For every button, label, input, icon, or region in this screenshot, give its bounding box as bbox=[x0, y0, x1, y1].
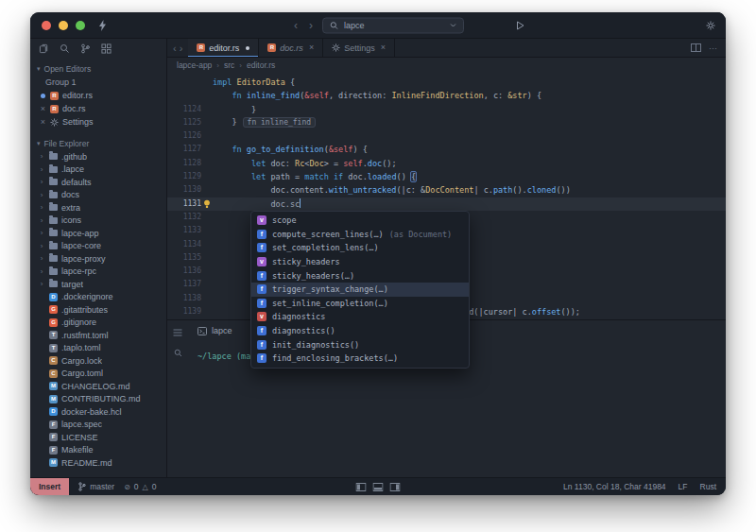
code-line[interactable]: 1127 fn go_to_definition(&self) { bbox=[167, 143, 726, 156]
language-indicator[interactable]: Rust bbox=[700, 482, 716, 491]
tree-file-item[interactable]: FLICENSE bbox=[30, 431, 166, 444]
tree-folder-item[interactable]: ›defaults bbox=[30, 176, 166, 189]
file-explorer-icon[interactable] bbox=[39, 43, 49, 54]
file-explorer-header[interactable]: ▾ File Explorer bbox=[30, 136, 166, 150]
tree-file-item[interactable]: D.dockerignore bbox=[30, 291, 166, 304]
tree-folder-item[interactable]: ›icons bbox=[30, 215, 166, 228]
completion-item[interactable]: fdiagnostics() bbox=[251, 324, 469, 338]
open-editor-item[interactable]: ×Settings bbox=[30, 115, 166, 129]
code-line[interactable]: 1126 bbox=[167, 129, 726, 143]
close-window-button[interactable] bbox=[42, 21, 51, 30]
close-icon[interactable]: × bbox=[40, 118, 46, 127]
tree-folder-item[interactable]: ›lapce-app bbox=[30, 227, 166, 240]
search-panel-icon[interactable] bbox=[60, 43, 70, 54]
tree-file-item[interactable]: MREADME.md bbox=[30, 456, 166, 470]
tree-file-item[interactable]: T.rustfmt.toml bbox=[30, 329, 166, 342]
terminal-search-icon[interactable] bbox=[174, 349, 182, 357]
chevron-right-icon: › bbox=[38, 229, 45, 237]
gear-icon bbox=[50, 118, 59, 127]
completion-item[interactable]: fsticky_headers(…) bbox=[251, 268, 469, 283]
completion-item[interactable]: fcompute_screen_lines(…)(as Document) bbox=[251, 228, 469, 242]
tree-folder-item[interactable]: ›.github bbox=[30, 150, 166, 163]
code-line[interactable]: impl EditorData { bbox=[167, 76, 726, 89]
editor-area: ‹ › Reditor.rsRdoc.rs×Settings× ··· lapc… bbox=[167, 39, 726, 477]
terminal-list-icon[interactable] bbox=[173, 329, 182, 336]
source-control-icon[interactable] bbox=[80, 43, 91, 54]
open-editor-item[interactable]: Reditor.rs bbox=[30, 89, 166, 102]
code-line[interactable]: 1131 doc.sc bbox=[167, 197, 726, 211]
file-name: lapce.spec bbox=[61, 420, 102, 429]
code-line[interactable]: 1129 let path = match if doc.loaded() { bbox=[167, 170, 726, 183]
more-options-icon[interactable]: ··· bbox=[709, 43, 717, 53]
completion-item[interactable]: vsticky_headers bbox=[251, 255, 469, 269]
forward-button[interactable]: › bbox=[307, 20, 315, 31]
tree-folder-item[interactable]: ›docs bbox=[30, 189, 166, 202]
extensions-icon[interactable] bbox=[101, 43, 112, 54]
completion-item[interactable]: vscope bbox=[251, 214, 469, 228]
code-line[interactable]: 1125 }fn inline_find bbox=[167, 116, 726, 129]
back-button[interactable]: ‹ bbox=[292, 20, 300, 31]
minimize-window-button[interactable] bbox=[59, 21, 68, 30]
close-icon[interactable]: × bbox=[40, 105, 46, 113]
editor-tab[interactable]: Rdoc.rs× bbox=[259, 39, 323, 57]
split-editor-icon[interactable] bbox=[691, 43, 701, 52]
panel-right-icon[interactable] bbox=[390, 483, 401, 491]
close-icon[interactable]: × bbox=[309, 43, 314, 52]
tree-file-item[interactable]: G.gitattributes bbox=[30, 303, 166, 317]
tree-file-item[interactable]: Ddocker-bake.hcl bbox=[30, 405, 166, 419]
completion-label: compute_screen_lines(…) bbox=[272, 230, 384, 239]
breadcrumb-item[interactable]: src bbox=[224, 60, 234, 70]
tabs-forward-button[interactable]: › bbox=[180, 43, 183, 54]
code-line[interactable]: 1124 } bbox=[167, 103, 726, 116]
tree-folder-item[interactable]: ›.lapce bbox=[30, 163, 166, 177]
problems-indicator[interactable]: ⊘ 0 △ 0 bbox=[124, 482, 156, 491]
tree-file-item[interactable]: Flapce.spec bbox=[30, 419, 166, 432]
tree-folder-item[interactable]: ›target bbox=[30, 278, 166, 291]
zoom-window-button[interactable] bbox=[76, 21, 85, 30]
completion-item[interactable]: ffind_enclosing_brackets(…) bbox=[251, 352, 469, 366]
panel-bottom-icon[interactable] bbox=[373, 483, 384, 491]
tree-folder-item[interactable]: ›extra bbox=[30, 201, 166, 215]
terminal-tab[interactable]: lapce bbox=[188, 320, 242, 341]
completion-item[interactable]: finit_diagnostics() bbox=[251, 337, 469, 352]
modified-dot[interactable] bbox=[40, 94, 46, 98]
code-line[interactable]: 1128 let doc: Rc<Doc> = self.doc(); bbox=[167, 157, 726, 170]
tree-file-item[interactable]: MCHANGELOG.md bbox=[30, 380, 166, 393]
breadcrumb-item[interactable]: editor.rs bbox=[247, 60, 275, 70]
open-editor-item[interactable]: ×Rdoc.rs bbox=[30, 102, 166, 115]
tree-file-item[interactable]: FMakefile bbox=[30, 444, 166, 457]
cursor-position[interactable]: Ln 1130, Col 18, Char 41984 bbox=[563, 482, 666, 491]
close-icon[interactable]: × bbox=[381, 43, 386, 52]
completion-item[interactable]: fset_inline_completion(…) bbox=[251, 297, 469, 311]
mode-indicator[interactable]: Insert bbox=[30, 478, 69, 495]
tree-file-item[interactable]: CCargo.lock bbox=[30, 354, 166, 368]
completion-item[interactable]: fset_completion_lens(…) bbox=[251, 241, 469, 255]
code-line[interactable]: 1130 doc.content.with_untracked(|c: &Doc… bbox=[167, 183, 726, 197]
branch-indicator[interactable]: master bbox=[78, 482, 114, 491]
tree-file-item[interactable]: G.gitignore bbox=[30, 317, 166, 330]
tree-folder-item[interactable]: ›lapce-rpc bbox=[30, 266, 166, 279]
open-editors-header[interactable]: ▾ Open Editors bbox=[30, 61, 166, 76]
breadcrumb-item[interactable]: lapce-app bbox=[177, 60, 212, 70]
warning-icon: △ bbox=[143, 483, 148, 491]
tree-folder-item[interactable]: ›lapce-proxy bbox=[30, 252, 166, 266]
editor-tab[interactable]: Settings× bbox=[323, 39, 395, 57]
eol-indicator[interactable]: LF bbox=[679, 482, 688, 491]
folder-icon bbox=[49, 281, 58, 287]
editor-tab[interactable]: Reditor.rs bbox=[188, 39, 259, 57]
run-button[interactable] bbox=[516, 21, 524, 30]
panel-left-icon[interactable] bbox=[356, 483, 367, 491]
completion-item[interactable]: ftrigger_syntax_change(…) bbox=[251, 283, 469, 297]
tree-file-item[interactable]: T.taplo.toml bbox=[30, 342, 166, 355]
tabs-back-button[interactable]: ‹ bbox=[173, 43, 177, 54]
tree-file-item[interactable]: CCargo.toml bbox=[30, 368, 166, 381]
settings-icon[interactable] bbox=[706, 21, 715, 30]
tree-folder-item[interactable]: ›lapce-core bbox=[30, 240, 166, 253]
completion-item[interactable]: vdiagnostics bbox=[251, 310, 469, 324]
line-number: 1131 bbox=[167, 197, 201, 211]
code-line[interactable]: fn inline_find(&self, direction: InlineF… bbox=[167, 89, 726, 102]
command-palette[interactable]: lapce bbox=[322, 17, 464, 33]
chevron-down-icon: ▾ bbox=[37, 65, 41, 73]
tree-file-item[interactable]: MCONTRIBUTING.md bbox=[30, 393, 166, 406]
chevron-right-icon: › bbox=[38, 191, 45, 199]
